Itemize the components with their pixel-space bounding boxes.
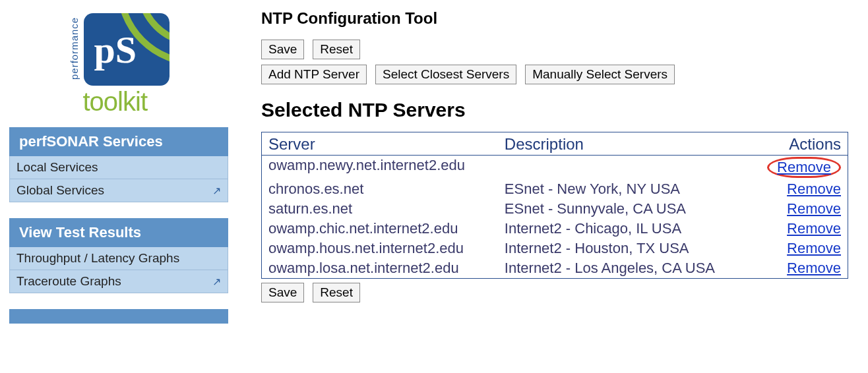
description-cell: ESnet - New York, NY USA bbox=[498, 179, 750, 199]
remove-link[interactable]: Remove bbox=[787, 220, 841, 237]
page-title: NTP Configuration Tool bbox=[261, 9, 848, 28]
logo-square: pS bbox=[84, 13, 170, 86]
server-cell: owamp.losa.net.internet2.edu bbox=[262, 258, 498, 279]
nav-section: perfSONAR ServicesLocal ServicesGlobal S… bbox=[9, 127, 228, 202]
sidebar-item-label: Local Services bbox=[16, 160, 98, 175]
add-ntp-server-button[interactable]: Add NTP Server bbox=[261, 65, 367, 84]
server-cell: saturn.es.net bbox=[262, 199, 498, 219]
sidebar-item-label: Traceroute Graphs bbox=[16, 274, 121, 289]
reset-button-bottom[interactable]: Reset bbox=[313, 283, 360, 302]
select-closest-servers-button[interactable]: Select Closest Servers bbox=[375, 65, 516, 84]
description-cell: Internet2 - Los Angeles, CA USA bbox=[498, 258, 750, 279]
action-cell: Remove bbox=[749, 199, 848, 219]
table-row: owamp.chic.net.internet2.eduInternet2 - … bbox=[262, 219, 848, 239]
external-link-icon: ↗ bbox=[212, 275, 221, 288]
action-cell: Remove bbox=[749, 156, 848, 180]
button-row-top-1: Save Reset bbox=[261, 40, 848, 59]
remove-link[interactable]: Remove bbox=[787, 240, 841, 256]
manually-select-servers-button[interactable]: Manually Select Servers bbox=[525, 65, 675, 84]
ntp-servers-table: Server Description Actions owamp.newy.ne… bbox=[261, 132, 848, 279]
server-cell: chronos.es.net bbox=[262, 179, 498, 199]
logo-ps-text: pS bbox=[94, 28, 137, 72]
col-header-description: Description bbox=[498, 132, 750, 156]
reset-button[interactable]: Reset bbox=[313, 40, 360, 59]
description-cell bbox=[498, 156, 750, 180]
remove-link[interactable]: Remove bbox=[777, 159, 831, 175]
action-cell: Remove bbox=[749, 219, 848, 239]
server-cell: owamp.newy.net.internet2.edu bbox=[262, 156, 498, 180]
nav-header: perfSONAR Services bbox=[9, 127, 228, 156]
description-cell: Internet2 - Chicago, IL USA bbox=[498, 219, 750, 239]
logo-toolkit-text: toolkit bbox=[83, 87, 148, 117]
remove-link[interactable]: Remove bbox=[787, 200, 841, 217]
col-header-actions: Actions bbox=[749, 132, 848, 156]
nav-section: View Test ResultsThroughput / Latency Gr… bbox=[9, 218, 228, 293]
logo-performance-text: performance bbox=[69, 13, 80, 86]
svg-point-0 bbox=[160, 13, 170, 23]
save-button[interactable]: Save bbox=[261, 40, 304, 59]
sidebar-item-label: Throughput / Latency Graphs bbox=[16, 251, 179, 266]
action-cell: Remove bbox=[749, 179, 848, 199]
external-link-icon: ↗ bbox=[212, 185, 221, 197]
logo: performance pS toolkit bbox=[0, 7, 237, 127]
sidebar-item[interactable]: Local Services bbox=[9, 156, 228, 179]
button-row-top-2: Add NTP Server Select Closest Servers Ma… bbox=[261, 65, 848, 84]
save-button-bottom[interactable]: Save bbox=[261, 283, 304, 302]
action-cell: Remove bbox=[749, 258, 848, 279]
button-row-bottom: Save Reset bbox=[261, 283, 848, 302]
description-cell: ESnet - Sunnyvale, CA USA bbox=[498, 199, 750, 219]
highlight-circle: Remove bbox=[767, 157, 841, 178]
main-content: NTP Configuration Tool Save Reset Add NT… bbox=[237, 0, 868, 321]
selected-servers-heading: Selected NTP Servers bbox=[261, 99, 848, 121]
sidebar-item[interactable]: Traceroute Graphs↗ bbox=[9, 270, 228, 293]
table-row: owamp.newy.net.internet2.eduRemove bbox=[262, 156, 848, 180]
table-row: owamp.hous.net.internet2.eduInternet2 - … bbox=[262, 239, 848, 258]
sidebar-item-label: Global Services bbox=[16, 183, 104, 198]
sidebar: performance pS toolkit perfSONAR Service… bbox=[0, 0, 237, 324]
sidebar-item[interactable]: Global Services↗ bbox=[9, 179, 228, 202]
server-cell: owamp.chic.net.internet2.edu bbox=[262, 219, 498, 239]
remove-link[interactable]: Remove bbox=[787, 181, 841, 197]
col-header-server: Server bbox=[262, 132, 498, 156]
server-cell: owamp.hous.net.internet2.edu bbox=[262, 239, 498, 258]
sidebar-item[interactable]: Throughput / Latency Graphs bbox=[9, 247, 228, 270]
nav-header-truncated bbox=[9, 309, 228, 324]
action-cell: Remove bbox=[749, 239, 848, 258]
table-row: chronos.es.netESnet - New York, NY USARe… bbox=[262, 179, 848, 199]
description-cell: Internet2 - Houston, TX USA bbox=[498, 239, 750, 258]
remove-link[interactable]: Remove bbox=[787, 260, 841, 276]
table-row: saturn.es.netESnet - Sunnyvale, CA USARe… bbox=[262, 199, 848, 219]
nav-header: View Test Results bbox=[9, 218, 228, 247]
table-row: owamp.losa.net.internet2.eduInternet2 - … bbox=[262, 258, 848, 279]
